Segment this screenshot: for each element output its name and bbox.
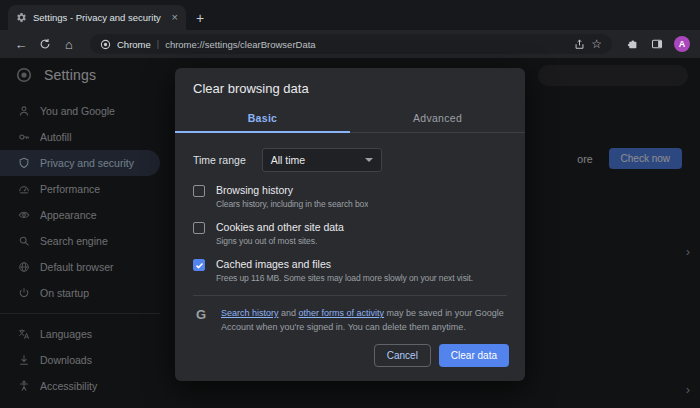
clear-browsing-data-dialog: Clear browsing data Basic Advanced Time … <box>175 68 525 381</box>
url-brand: Chrome <box>117 39 151 50</box>
url-divider: | <box>157 39 159 49</box>
back-icon[interactable]: ← <box>10 33 32 55</box>
browser-window: Settings - Privacy and security × + ← ⌂ … <box>0 0 700 408</box>
dialog-tabs: Basic Advanced <box>175 104 525 133</box>
cancel-button[interactable]: Cancel <box>374 344 431 367</box>
cached-images-label: Cached images and files <box>216 258 473 270</box>
tab-title: Settings - Privacy and security <box>33 12 166 23</box>
browser-toolbar: ← ⌂ Chrome | chrome://settings/clearBrow… <box>0 30 700 58</box>
tab-strip: Settings - Privacy and security × + <box>0 0 700 30</box>
time-range-value: All time <box>271 154 305 166</box>
google-note-text: Search history and other forms of activi… <box>221 307 507 334</box>
time-range-row: Time range All time <box>193 148 507 172</box>
avatar[interactable]: A <box>674 36 690 52</box>
cookies-label: Cookies and other site data <box>216 221 344 233</box>
star-icon[interactable]: ☆ <box>591 37 602 51</box>
google-icon: G <box>193 307 209 334</box>
time-range-select[interactable]: All time <box>262 148 382 172</box>
gear-icon <box>16 12 27 23</box>
other-forms-of-activity-link[interactable]: other forms of activity <box>299 308 385 318</box>
browsing-history-label: Browsing history <box>216 184 368 196</box>
browsing-history-row: Browsing history Clears history, includi… <box>193 184 507 209</box>
side-panel-icon[interactable] <box>646 33 668 55</box>
dialog-title: Clear browsing data <box>175 68 525 104</box>
time-range-label: Time range <box>193 154 246 166</box>
extensions-icon[interactable] <box>622 33 644 55</box>
close-tab-icon[interactable]: × <box>172 12 178 23</box>
new-tab-button[interactable]: + <box>196 11 204 25</box>
address-bar[interactable]: Chrome | chrome://settings/clearBrowserD… <box>90 34 612 54</box>
home-icon[interactable]: ⌂ <box>58 33 80 55</box>
cookies-checkbox[interactable] <box>193 222 205 234</box>
chevron-down-icon <box>365 158 373 162</box>
settings-page: Settings You and Google Autofill Privacy… <box>0 58 700 408</box>
cached-images-checkbox[interactable] <box>193 259 205 271</box>
cookies-row: Cookies and other site data Signs you ou… <box>193 221 507 246</box>
browsing-history-desc: Clears history, including in the search … <box>216 199 368 209</box>
url-text: chrome://settings/clearBrowserData <box>165 39 568 50</box>
google-account-note: G Search history and other forms of acti… <box>193 295 507 334</box>
cached-images-row: Cached images and files Frees up 116 MB.… <box>193 258 507 283</box>
browsing-history-checkbox[interactable] <box>193 185 205 197</box>
dialog-footer: Cancel Clear data <box>175 334 525 377</box>
share-icon[interactable] <box>574 39 585 50</box>
browser-tab[interactable]: Settings - Privacy and security × <box>8 5 186 30</box>
tab-advanced[interactable]: Advanced <box>350 104 525 132</box>
cached-images-desc: Frees up 116 MB. Some sites may load mor… <box>216 273 473 283</box>
refresh-icon[interactable] <box>34 33 56 55</box>
clear-data-button[interactable]: Clear data <box>439 344 509 367</box>
search-history-link[interactable]: Search history <box>221 308 279 318</box>
cookies-desc: Signs you out of most sites. <box>216 236 344 246</box>
chrome-logo-icon <box>100 39 111 50</box>
tab-basic[interactable]: Basic <box>175 104 350 133</box>
